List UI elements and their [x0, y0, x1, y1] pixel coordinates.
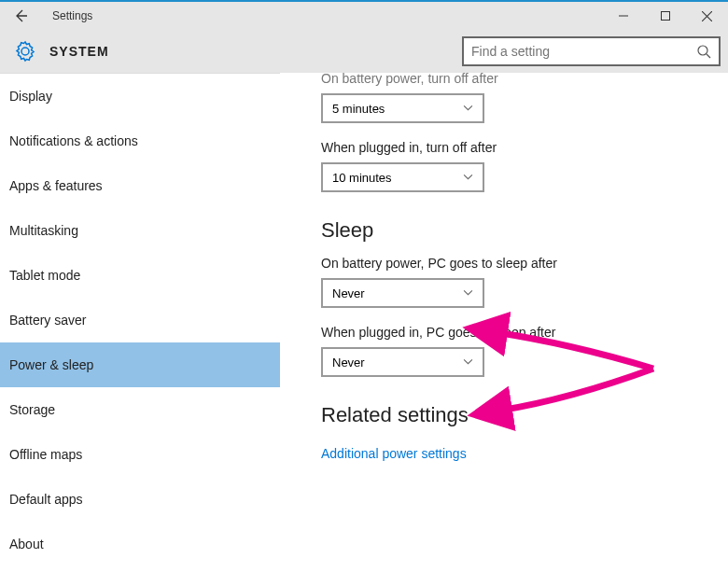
svg-point-4: [698, 46, 707, 55]
close-button[interactable]: [686, 2, 728, 30]
sidebar-item-label: Battery saver: [9, 313, 86, 328]
header: SYSTEM: [0, 30, 728, 73]
sidebar-item-label: Apps & features: [9, 178, 103, 193]
sidebar-item-tablet-mode[interactable]: Tablet mode: [0, 253, 280, 298]
sidebar-item-label: Storage: [9, 402, 55, 417]
dropdown-value: Never: [332, 286, 463, 300]
sidebar-item-storage[interactable]: Storage: [0, 387, 280, 432]
gear-icon: [14, 40, 36, 63]
window-title: Settings: [52, 9, 92, 22]
sleep-plugged-dropdown[interactable]: Never: [321, 347, 484, 377]
screen-plugged-dropdown[interactable]: 10 minutes: [321, 162, 484, 192]
back-button[interactable]: [9, 5, 32, 27]
chevron-down-icon: [463, 287, 473, 300]
sidebar-item-label: Notifications & actions: [9, 133, 138, 148]
sidebar-item-label: Power & sleep: [9, 357, 93, 372]
sidebar-item-offline-maps[interactable]: Offline maps: [0, 432, 280, 477]
related-heading: Related settings: [321, 403, 728, 427]
sidebar-item-apps-features[interactable]: Apps & features: [0, 163, 280, 208]
minimize-icon: [619, 11, 628, 21]
sidebar-item-label: About: [9, 537, 44, 551]
svg-rect-1: [661, 12, 669, 21]
content-area: On battery power, turn off after 5 minut…: [280, 73, 728, 586]
sleep-battery-dropdown[interactable]: Never: [321, 278, 484, 308]
screen-battery-dropdown[interactable]: 5 minutes: [321, 93, 484, 123]
sidebar-item-multitasking[interactable]: Multitasking: [0, 208, 280, 253]
sidebar-item-battery-saver[interactable]: Battery saver: [0, 298, 280, 342]
category-title: SYSTEM: [49, 44, 109, 59]
search-box[interactable]: [462, 36, 721, 66]
chevron-down-icon: [463, 356, 473, 369]
minimize-button[interactable]: [602, 2, 644, 30]
dropdown-value: 10 minutes: [332, 171, 463, 185]
sidebar-item-label: Offline maps: [9, 447, 82, 462]
chevron-down-icon: [463, 172, 473, 184]
dropdown-value: Never: [332, 356, 463, 370]
sidebar-item-notifications-actions[interactable]: Notifications & actions: [0, 119, 280, 163]
additional-power-settings-link[interactable]: Additional power settings: [321, 446, 467, 461]
dropdown-value: 5 minutes: [332, 102, 463, 116]
sidebar-item-label: Default apps: [9, 492, 83, 507]
sleep-battery-label: On battery power, PC goes to sleep after: [321, 256, 728, 271]
sidebar-item-about[interactable]: About: [0, 522, 280, 566]
maximize-button[interactable]: [644, 2, 686, 30]
svg-line-5: [707, 54, 710, 58]
maximize-icon: [661, 11, 670, 21]
sidebar-item-label: Display: [9, 89, 52, 104]
sidebar: DisplayNotifications & actionsApps & fea…: [0, 73, 280, 586]
screen-battery-label: On battery power, turn off after: [321, 73, 728, 86]
close-icon: [702, 11, 712, 21]
titlebar: Settings: [0, 2, 728, 30]
arrow-left-icon: [11, 7, 30, 25]
search-icon: [696, 44, 711, 59]
sidebar-item-default-apps[interactable]: Default apps: [0, 477, 280, 522]
screen-plugged-label: When plugged in, turn off after: [321, 140, 728, 155]
sidebar-item-display[interactable]: Display: [0, 74, 280, 119]
sidebar-item-label: Tablet mode: [9, 268, 80, 283]
sidebar-item-label: Multitasking: [9, 223, 78, 238]
sleep-plugged-label: When plugged in, PC goes to sleep after: [321, 325, 728, 340]
sleep-heading: Sleep: [321, 218, 728, 243]
sidebar-item-power-sleep[interactable]: Power & sleep: [0, 342, 280, 387]
chevron-down-icon: [463, 103, 473, 115]
search-input[interactable]: [471, 44, 696, 59]
